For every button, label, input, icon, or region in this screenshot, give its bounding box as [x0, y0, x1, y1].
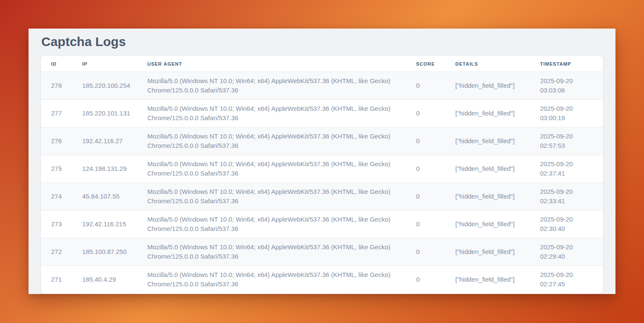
cell-ip: 192.42.116.215 [82, 211, 147, 238]
cell-ip: 185.100.87.250 [82, 238, 147, 266]
cell-details: ["hidden_field_filled"] [455, 183, 540, 211]
cell-ip: 185.40.4.29 [82, 266, 147, 294]
table-row: 275 124.198.131.29 Mozilla/5.0 (Windows … [41, 155, 603, 183]
table-row: 277 185.220.101.131 Mozilla/5.0 (Windows… [41, 100, 603, 127]
cell-timestamp: 2025-09-20 03:00:19 [540, 100, 603, 127]
cell-score: 0 [416, 100, 455, 127]
card-header: Captcha Logs [29, 29, 615, 56]
table-row: 273 192.42.116.215 Mozilla/5.0 (Windows … [41, 211, 603, 238]
cell-timestamp: 2025-09-20 02:27:45 [540, 266, 603, 294]
column-header-details: DETAILS [455, 56, 540, 72]
cell-timestamp: 2025-09-20 02:29:40 [540, 238, 603, 266]
cell-details: ["hidden_field_filled"] [455, 100, 540, 127]
captcha-logs-table: ID IP USER AGENT SCORE DETAILS TIMESTAMP… [41, 56, 603, 294]
cell-id: 276 [41, 127, 82, 155]
cell-user-agent: Mozilla/5.0 (Windows NT 10.0; Win64; x64… [147, 72, 416, 100]
cell-score: 0 [416, 211, 455, 238]
cell-id: 277 [41, 100, 82, 127]
cell-details: ["hidden_field_filled"] [455, 266, 540, 294]
cell-details: ["hidden_field_filled"] [455, 155, 540, 183]
cell-ip: 192.42.116.27 [82, 127, 147, 155]
table-header: ID IP USER AGENT SCORE DETAILS TIMESTAMP [41, 56, 603, 72]
cell-details: ["hidden_field_filled"] [455, 72, 540, 100]
cell-details: ["hidden_field_filled"] [455, 127, 540, 155]
cell-timestamp: 2025-09-20 02:33:41 [540, 183, 603, 211]
cell-score: 0 [416, 127, 455, 155]
cell-timestamp: 2025-09-20 02:37:41 [540, 155, 603, 183]
cell-user-agent: Mozilla/5.0 (Windows NT 10.0; Win64; x64… [147, 266, 416, 294]
captcha-logs-table-panel: ID IP USER AGENT SCORE DETAILS TIMESTAMP… [41, 56, 603, 294]
column-header-timestamp: TIMESTAMP [540, 56, 603, 72]
cell-score: 0 [416, 266, 455, 294]
cell-timestamp: 2025-09-20 03:03:06 [540, 72, 603, 100]
cell-ip: 185.220.101.131 [82, 100, 147, 127]
cell-details: ["hidden_field_filled"] [455, 211, 540, 238]
cell-id: 278 [41, 72, 82, 100]
cell-score: 0 [416, 183, 455, 211]
table-row: 272 185.100.87.250 Mozilla/5.0 (Windows … [41, 238, 603, 266]
column-header-score: SCORE [416, 56, 455, 72]
cell-id: 274 [41, 183, 82, 211]
page-background: { "page": { "title": "Captcha Logs" }, "… [0, 0, 644, 323]
column-header-id: ID [41, 56, 82, 72]
page-title: Captcha Logs [41, 35, 603, 49]
table-body: 278 185.220.100.254 Mozilla/5.0 (Windows… [41, 72, 603, 294]
table-row: 278 185.220.100.254 Mozilla/5.0 (Windows… [41, 72, 603, 100]
cell-id: 272 [41, 238, 82, 266]
cell-ip: 185.220.100.254 [82, 72, 147, 100]
cell-ip: 124.198.131.29 [82, 155, 147, 183]
cell-id: 271 [41, 266, 82, 294]
cell-id: 275 [41, 155, 82, 183]
table-row: 274 45.84.107.55 Mozilla/5.0 (Windows NT… [41, 183, 603, 211]
cell-ip: 45.84.107.55 [82, 183, 147, 211]
cell-score: 0 [416, 238, 455, 266]
table-header-row: ID IP USER AGENT SCORE DETAILS TIMESTAMP [41, 56, 603, 72]
cell-timestamp: 2025-09-20 02:57:53 [540, 127, 603, 155]
cell-user-agent: Mozilla/5.0 (Windows NT 10.0; Win64; x64… [147, 211, 416, 238]
captcha-logs-card: Captcha Logs ID IP USER AGENT SCORE DETA… [29, 29, 615, 294]
column-header-ip: IP [82, 56, 147, 72]
cell-details: ["hidden_field_filled"] [455, 238, 540, 266]
cell-score: 0 [416, 155, 455, 183]
cell-user-agent: Mozilla/5.0 (Windows NT 10.0; Win64; x64… [147, 183, 416, 211]
table-row: 271 185.40.4.29 Mozilla/5.0 (Windows NT … [41, 266, 603, 294]
column-header-user-agent: USER AGENT [147, 56, 416, 72]
cell-timestamp: 2025-09-20 02:30:40 [540, 211, 603, 238]
cell-id: 273 [41, 211, 82, 238]
cell-user-agent: Mozilla/5.0 (Windows NT 10.0; Win64; x64… [147, 155, 416, 183]
table-row: 276 192.42.116.27 Mozilla/5.0 (Windows N… [41, 127, 603, 155]
cell-user-agent: Mozilla/5.0 (Windows NT 10.0; Win64; x64… [147, 238, 416, 266]
cell-score: 0 [416, 72, 455, 100]
cell-user-agent: Mozilla/5.0 (Windows NT 10.0; Win64; x64… [147, 127, 416, 155]
cell-user-agent: Mozilla/5.0 (Windows NT 10.0; Win64; x64… [147, 100, 416, 127]
